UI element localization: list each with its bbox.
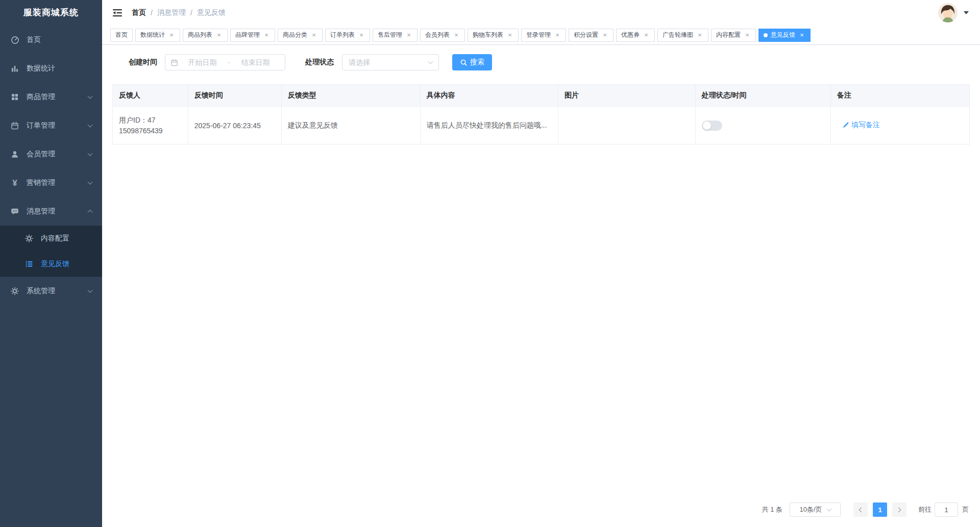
bar-chart-icon <box>10 64 19 73</box>
breadcrumb-separator: / <box>190 9 192 17</box>
tab-cart-list[interactable]: 购物车列表 × <box>468 29 519 42</box>
sidebar-item-home[interactable]: 首页 <box>0 26 102 54</box>
status-select-input[interactable] <box>349 58 429 66</box>
tab-label: 商品分类 <box>283 31 307 39</box>
page-size-select[interactable]: 10条/页 <box>790 502 841 517</box>
sidebar-item-feedback[interactable]: 意见反馈 <box>0 251 102 277</box>
calendar-icon <box>10 121 19 130</box>
sidebar-item-products[interactable]: 商品管理 <box>0 83 102 111</box>
total-count-text: 共 1 条 <box>762 505 782 514</box>
close-tab-icon[interactable]: × <box>310 32 317 39</box>
user-id-text: 用户ID：47 <box>119 115 182 126</box>
column-header-content: 具体内容 <box>420 85 558 107</box>
close-tab-icon[interactable]: × <box>168 32 175 39</box>
app-title: 服装商城系统 <box>0 0 102 26</box>
search-button-label: 搜索 <box>470 58 484 67</box>
status-toggle[interactable] <box>702 121 722 131</box>
sidebar-item-label: 商品管理 <box>27 92 88 102</box>
close-tab-icon[interactable]: × <box>554 32 561 39</box>
start-date-input[interactable] <box>178 58 227 66</box>
tab-product-category[interactable]: 商品分类 × <box>278 29 323 42</box>
sidebar: 服装商城系统 首页 数据统计 <box>0 0 102 527</box>
table-row: 用户ID：47 15098765439 2025-06-27 06:23:45 … <box>113 107 970 145</box>
breadcrumb-item[interactable]: 消息管理 <box>157 8 186 17</box>
date-range-picker[interactable]: - <box>165 54 285 70</box>
end-date-input[interactable] <box>231 58 280 66</box>
cell-feedback-time: 2025-06-27 06:23:45 <box>188 107 281 145</box>
chevron-down-icon <box>88 94 93 99</box>
tab-label: 商品列表 <box>188 31 212 39</box>
main-area: 首页 / 消息管理 / 意见反馈 <box>102 0 980 527</box>
pagination: 共 1 条 10条/页 1 前往 页 <box>762 499 970 521</box>
close-tab-icon[interactable]: × <box>215 32 223 39</box>
sidebar-item-statistics[interactable]: 数据统计 <box>0 54 102 83</box>
tab-data-statistics[interactable]: 数据统计 × <box>135 29 180 42</box>
column-header-feedback-user: 反馈人 <box>113 85 188 107</box>
tab-label: 优惠券 <box>621 31 640 39</box>
column-header-feedback-type: 反馈类型 <box>281 85 420 107</box>
close-tab-icon[interactable]: × <box>601 32 608 39</box>
tab-member-list[interactable]: 会员列表 × <box>420 29 465 42</box>
close-tab-icon[interactable]: × <box>696 32 703 39</box>
date-range-separator: - <box>227 58 231 66</box>
tab-label: 售后管理 <box>378 31 402 39</box>
tab-points-settings[interactable]: 积分设置 × <box>569 29 614 42</box>
search-button[interactable]: 搜索 <box>452 54 492 70</box>
status-select[interactable] <box>342 54 439 70</box>
tab-label: 意见反馈 <box>771 31 795 39</box>
sidebar-item-members[interactable]: 会员管理 <box>0 140 102 169</box>
tab-aftersale[interactable]: 售后管理 × <box>373 29 418 42</box>
next-page-button[interactable] <box>892 502 906 517</box>
tab-label: 登录管理 <box>526 31 551 39</box>
cell-status <box>695 107 830 145</box>
tab-home[interactable]: 首页 <box>110 29 133 42</box>
sidebar-item-label: 会员管理 <box>27 150 88 159</box>
user-phone-text: 15098765439 <box>119 126 182 136</box>
avatar[interactable] <box>938 3 958 22</box>
tab-banner-carousel[interactable]: 广告轮播图 × <box>657 29 708 42</box>
tab-label: 首页 <box>115 31 128 39</box>
page-size-value: 10条/页 <box>799 505 822 514</box>
grid-icon <box>10 92 19 102</box>
prev-page-button[interactable] <box>853 502 868 517</box>
cell-feedback-user: 用户ID：47 15098765439 <box>113 107 188 145</box>
tab-brand-management[interactable]: 品牌管理 × <box>230 29 275 42</box>
sidebar-item-label: 首页 <box>27 35 92 44</box>
close-tab-icon[interactable]: × <box>744 32 751 39</box>
close-tab-icon[interactable]: × <box>405 32 412 39</box>
chevron-up-icon <box>88 210 93 215</box>
tab-coupons[interactable]: 优惠券 × <box>616 29 655 42</box>
close-tab-icon[interactable]: × <box>358 32 365 39</box>
sidebar-item-label: 系统管理 <box>27 286 88 296</box>
collapse-sidebar-icon[interactable] <box>112 8 122 18</box>
page-1-button[interactable]: 1 <box>873 502 887 517</box>
goto-page-input[interactable] <box>935 502 958 517</box>
close-tab-icon[interactable]: × <box>643 32 650 39</box>
sidebar-menu: 首页 数据统计 商品管理 <box>0 26 102 305</box>
sidebar-item-orders[interactable]: 订单管理 <box>0 111 102 140</box>
breadcrumb-separator: / <box>151 9 153 17</box>
sidebar-submenu-messages: 内容配置 意见反馈 <box>0 226 102 277</box>
cell-image <box>558 107 696 145</box>
edit-pencil-icon <box>842 122 849 129</box>
tab-product-list[interactable]: 商品列表 × <box>183 29 228 42</box>
user-menu-caret-icon[interactable] <box>964 11 969 14</box>
close-tab-icon[interactable]: × <box>263 32 270 39</box>
close-tab-icon[interactable]: × <box>453 32 460 39</box>
status-label: 处理状态 <box>305 58 334 67</box>
close-tab-icon[interactable]: × <box>506 32 513 39</box>
tab-order-list[interactable]: 订单列表 × <box>325 29 370 42</box>
chevron-left-icon <box>859 507 864 512</box>
close-tab-icon[interactable]: × <box>798 32 805 39</box>
tab-bar: 首页 数据统计 × 商品列表 × 品牌管理 × 商品分类 × <box>102 26 980 45</box>
user-icon <box>10 150 19 159</box>
breadcrumb-item[interactable]: 首页 <box>132 8 146 17</box>
sidebar-item-content-config[interactable]: 内容配置 <box>0 226 102 251</box>
sidebar-item-messages[interactable]: 消息管理 <box>0 197 102 226</box>
tab-content-config[interactable]: 内容配置 × <box>711 29 756 42</box>
sidebar-item-system[interactable]: 系统管理 <box>0 277 102 305</box>
tab-feedback[interactable]: 意见反馈 × <box>758 29 811 42</box>
tab-login-management[interactable]: 登录管理 × <box>521 29 566 42</box>
sidebar-item-marketing[interactable]: ¥ 营销管理 <box>0 169 102 197</box>
fill-remark-link[interactable]: 填写备注 <box>842 121 880 130</box>
